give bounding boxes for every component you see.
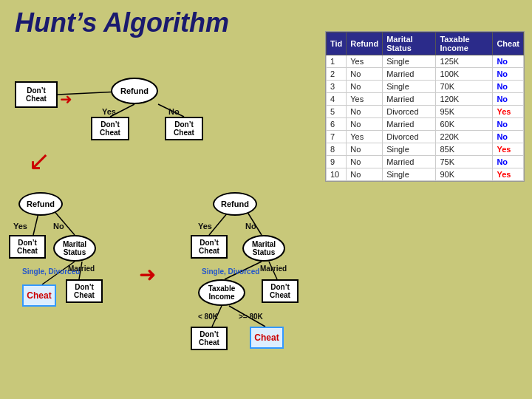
cell-cheat: No [493, 156, 524, 168]
cell-refund: No [347, 143, 383, 156]
node-dontcheat-top: Don’t Cheat [15, 81, 58, 108]
cell-cheat: No [493, 93, 524, 106]
col-header-refund: Refund [347, 33, 383, 55]
node-marital-left: Marital Status [53, 235, 96, 262]
arrow-right-mid: ➜ [139, 265, 156, 285]
node-dontcheat-yes-top: Don’t Cheat [91, 117, 129, 140]
cell-income: 95K [436, 106, 493, 118]
cell-income: 60K [436, 118, 493, 131]
cell-refund: Yes [347, 93, 383, 106]
cell-refund: No [347, 168, 383, 181]
cell-cheat: Yes [493, 143, 524, 156]
label-married-left: Married [68, 265, 95, 273]
label-yes-top: Yes [102, 107, 116, 116]
cell-marital: Married [383, 156, 436, 168]
arrow-right-top: ➜ [60, 90, 72, 108]
cell-refund: No [347, 106, 383, 118]
cell-income: 85K [436, 143, 493, 156]
decision-tree: Don’t Cheat ➜ Refund Yes No Don’t Cheat … [7, 74, 325, 392]
col-header-marital: Marital Status [383, 33, 436, 55]
node-marital-right: Marital Status [242, 235, 285, 262]
label-single-div-right: Single, Divorced [202, 267, 259, 276]
label-yes-right: Yes [198, 222, 212, 231]
cell-marital: Married [383, 68, 436, 81]
node-taxable-right: Taxable Income [198, 279, 245, 306]
cell-cheat: No [493, 118, 524, 131]
cell-income: 120K [436, 93, 493, 106]
cell-marital: Single [383, 143, 436, 156]
col-header-tid: Tid [327, 33, 347, 55]
cell-refund: No [347, 118, 383, 131]
col-header-income: Taxable Income [436, 33, 493, 55]
node-refund-top: Refund [111, 78, 158, 104]
node-dontcheat-left3: Don’t Cheat [66, 279, 103, 303]
cell-income: 90K [436, 168, 493, 181]
cell-refund: No [347, 68, 383, 81]
cell-refund: Yes [347, 55, 383, 68]
cell-tid: 6 [327, 118, 347, 131]
node-dontcheat-right2: Don’t Cheat [191, 235, 228, 259]
node-dontcheat-right4: Don’t Cheat [191, 327, 228, 350]
cell-cheat: Yes [493, 106, 524, 118]
cell-refund: Yes [347, 131, 383, 143]
cell-refund: No [347, 81, 383, 93]
table-row: 4 Yes Married 120K No [327, 93, 524, 106]
table-row: 10 No Single 90K Yes [327, 168, 524, 181]
arrow-down-left: ↙ [28, 148, 50, 174]
label-no-left: No [53, 222, 64, 231]
cell-tid: 10 [327, 168, 347, 181]
label-no-right: No [245, 222, 256, 231]
node-cheat-right: Cheat [250, 327, 284, 349]
cell-tid: 3 [327, 81, 347, 93]
cell-cheat: No [493, 131, 524, 143]
table-row: 6 No Married 60K No [327, 118, 524, 131]
label-lt80k: < 80K [198, 313, 218, 321]
label-yes-left: Yes [13, 222, 27, 231]
node-refund-left: Refund [18, 192, 63, 216]
cell-marital: Single [383, 55, 436, 68]
cell-income: 70K [436, 81, 493, 93]
cell-income: 220K [436, 131, 493, 143]
cell-income: 125K [436, 55, 493, 68]
cell-marital: Single [383, 168, 436, 181]
node-dontcheat-right3: Don’t Cheat [262, 279, 299, 303]
cell-marital: Divorced [383, 106, 436, 118]
cell-cheat: No [493, 81, 524, 93]
table-row: 9 No Married 75K No [327, 156, 524, 168]
cell-income: 100K [436, 68, 493, 81]
table-row: 7 Yes Divorced 220K No [327, 131, 524, 143]
cell-cheat: No [493, 55, 524, 68]
page-title: Hunt’s Algorithm [15, 7, 229, 38]
table-row: 8 No Single 85K Yes [327, 143, 524, 156]
table-row: 5 No Divorced 95K Yes [327, 106, 524, 118]
label-married-right: Married [260, 265, 287, 273]
table-row: 2 No Married 100K No [327, 68, 524, 81]
cell-cheat: Yes [493, 168, 524, 181]
node-dontcheat-left2: Don’t Cheat [9, 235, 46, 259]
cell-marital: Married [383, 118, 436, 131]
cell-marital: Single [383, 81, 436, 93]
cell-tid: 2 [327, 68, 347, 81]
cell-tid: 4 [327, 93, 347, 106]
node-refund-right: Refund [213, 192, 257, 216]
label-no-top: No [168, 107, 180, 116]
col-header-cheat: Cheat [493, 33, 524, 55]
table-row: 1 Yes Single 125K No [327, 55, 524, 68]
cell-refund: No [347, 156, 383, 168]
cell-tid: 1 [327, 55, 347, 68]
cell-marital: Married [383, 93, 436, 106]
data-table-container: Tid Refund Marital Status Taxable Income… [325, 31, 525, 182]
cell-marital: Divorced [383, 131, 436, 143]
cell-tid: 5 [327, 106, 347, 118]
label-gte80k: >= 80K [239, 313, 263, 321]
cell-cheat: No [493, 68, 524, 81]
cell-income: 75K [436, 156, 493, 168]
cell-tid: 9 [327, 156, 347, 168]
node-dontcheat-no-top: Don’t Cheat [165, 117, 203, 140]
node-cheat-left: Cheat [22, 284, 56, 307]
cell-tid: 8 [327, 143, 347, 156]
data-table: Tid Refund Marital Status Taxable Income… [326, 32, 524, 181]
table-row: 3 No Single 70K No [327, 81, 524, 93]
cell-tid: 7 [327, 131, 347, 143]
